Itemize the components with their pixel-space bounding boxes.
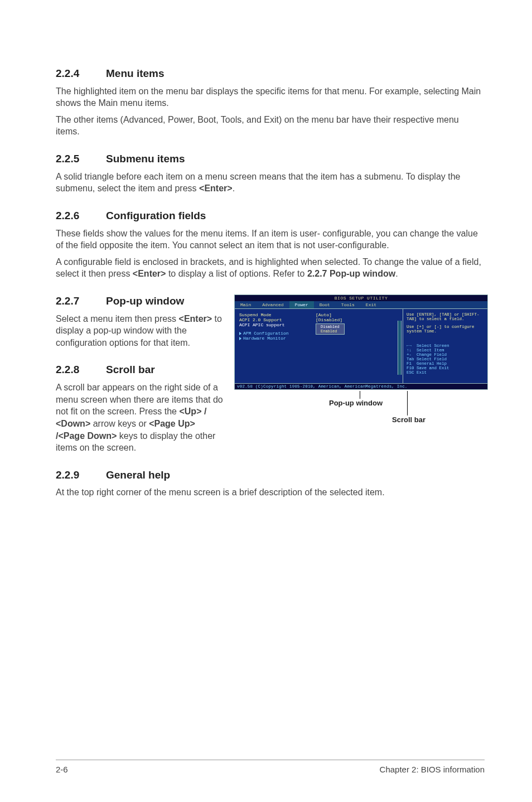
key-enter: <Enter> bbox=[133, 269, 166, 278]
bios-menu-advanced[interactable]: Advanced bbox=[257, 301, 289, 308]
help-key-row: Tab Select Field bbox=[407, 357, 484, 361]
key-text: Select Item bbox=[417, 348, 444, 352]
bios-footer: v02.58 (C)Copyright 1985-2010, American,… bbox=[235, 384, 487, 389]
help-key-row: F1 General Help bbox=[407, 361, 484, 366]
bios-popup[interactable]: Disabled Enabled bbox=[316, 323, 345, 335]
heading-2-2-7: 2.2.7Pop-up window bbox=[56, 294, 223, 308]
heading-2-2-9: 2.2.9General help bbox=[56, 468, 485, 482]
page-footer: 2-6 Chapter 2: BIOS information bbox=[56, 760, 485, 774]
heading-2-2-6: 2.2.6Configuration fields bbox=[56, 209, 485, 223]
bios-window: BIOS SETUP UTILITY Main Advanced Power B… bbox=[234, 294, 488, 390]
bios-body: Suspend Mode ACPI 2.0 Support ACPI APIC … bbox=[235, 308, 487, 384]
key: F10 bbox=[407, 366, 414, 370]
section-2-2-9: 2.2.9General help At the top right corne… bbox=[56, 468, 485, 499]
text: arrow keys or bbox=[90, 419, 149, 428]
help-key-row: ESC Exit bbox=[407, 370, 484, 375]
ref-2-2-7: 2.2.7 Pop-up window bbox=[307, 269, 395, 278]
key-text: Save and Exit bbox=[417, 366, 449, 370]
two-column-area: 2.2.7Pop-up window Select a menu item th… bbox=[56, 294, 485, 468]
heading-title: Menu items bbox=[106, 67, 165, 79]
bios-scrollbar[interactable] bbox=[398, 321, 402, 375]
heading-num: 2.2.5 bbox=[56, 152, 106, 166]
help-keys: ←→ Select Screen ↑↓ Select Item +- Chang… bbox=[407, 344, 484, 375]
key: +- bbox=[407, 352, 412, 357]
spacer bbox=[407, 334, 484, 344]
key-enter: <Enter> bbox=[179, 314, 212, 323]
key: ESC bbox=[407, 370, 414, 375]
heading-title: Submenu items bbox=[106, 153, 185, 165]
callout-label-popup: Pop-up window bbox=[329, 399, 383, 407]
heading-title: Pop-up window bbox=[106, 295, 184, 307]
help-key-row: ↑↓ Select Item bbox=[407, 348, 484, 352]
para: Select a menu item then press <Enter> to… bbox=[56, 313, 223, 349]
callout-line-scroll bbox=[407, 391, 408, 416]
label: APM Configuration bbox=[243, 331, 289, 336]
heading-num: 2.2.7 bbox=[56, 294, 106, 308]
bios-menu-power[interactable]: Power bbox=[289, 301, 314, 308]
bios-menu-exit[interactable]: Exit bbox=[360, 301, 382, 308]
popup-opt-disabled[interactable]: Disabled bbox=[321, 325, 340, 329]
heading-2-2-4: 2.2.4Menu items bbox=[56, 67, 485, 81]
text: to display a list of options. Refer to bbox=[166, 269, 307, 278]
bios-item-hw-monitor[interactable]: Hardware Monitor bbox=[239, 336, 398, 341]
left-column: 2.2.7Pop-up window Select a menu item th… bbox=[56, 294, 223, 468]
help-key-row: F10 Save and Exit bbox=[407, 366, 484, 370]
para: The highlighted item on the menu bar dis… bbox=[56, 85, 485, 109]
bios-menu-tools[interactable]: Tools bbox=[336, 301, 360, 308]
heading-num: 2.2.6 bbox=[56, 209, 106, 223]
chapter-title: Chapter 2: BIOS information bbox=[380, 765, 485, 774]
key-text: Change Field bbox=[417, 352, 447, 357]
help-key-row: ←→ Select Screen bbox=[407, 344, 484, 348]
bios-menubar: Main Advanced Power Boot Tools Exit bbox=[235, 301, 487, 308]
key: F1 bbox=[407, 361, 412, 366]
section-2-2-4: 2.2.4Menu items The highlighted item on … bbox=[56, 67, 485, 138]
para: At the top right corner of the menu scre… bbox=[56, 486, 485, 499]
label: Hardware Monitor bbox=[243, 336, 286, 341]
key-text: Select Screen bbox=[417, 344, 449, 348]
heading-2-2-8: 2.2.8Scroll bar bbox=[56, 363, 223, 377]
heading-num: 2.2.8 bbox=[56, 363, 106, 377]
help-text-2: Use [+] or [-] to configure system Time. bbox=[407, 325, 484, 334]
heading-title: Configuration fields bbox=[106, 210, 206, 221]
bios-val-disabled[interactable]: [Disabled] bbox=[316, 317, 345, 322]
para: The other items (Advanced, Power, Boot, … bbox=[56, 114, 485, 138]
bios-menu-boot[interactable]: Boot bbox=[314, 301, 336, 308]
page-number: 2-6 bbox=[56, 765, 68, 774]
key-text: General Help bbox=[417, 361, 447, 366]
help-text-1: Use [ENTER], [TAB] or [SHIFT-TAB] to sel… bbox=[407, 312, 484, 321]
bios-title: BIOS SETUP UTILITY bbox=[235, 295, 487, 301]
heading-num: 2.2.9 bbox=[56, 468, 106, 482]
heading-title: Scroll bar bbox=[106, 364, 155, 375]
section-2-2-5: 2.2.5Submenu items A solid triangle befo… bbox=[56, 152, 485, 195]
page: 2.2.4Menu items The highlighted item on … bbox=[0, 0, 532, 802]
text: Select a menu item then press bbox=[56, 314, 179, 323]
section-2-2-8: 2.2.8Scroll bar A scroll bar appears on … bbox=[56, 363, 223, 453]
para: These fields show the values for the men… bbox=[56, 228, 485, 252]
para: A scroll bar appears on the right side o… bbox=[56, 381, 223, 454]
bios-help-panel: Use [ENTER], [TAB] or [SHIFT-TAB] to sel… bbox=[403, 309, 487, 383]
text: . bbox=[395, 269, 398, 278]
section-2-2-6: 2.2.6Configuration fields These fields s… bbox=[56, 209, 485, 280]
heading-num: 2.2.4 bbox=[56, 67, 106, 81]
key-enter: <Enter> bbox=[199, 183, 233, 193]
key: Tab bbox=[407, 357, 414, 361]
help-key-row: +- Change Field bbox=[407, 352, 484, 357]
callout-line-popup bbox=[360, 391, 360, 399]
para: A configurable field is enclosed in brac… bbox=[56, 256, 485, 280]
text: . bbox=[233, 183, 235, 193]
para: A solid triangle before each item on a m… bbox=[56, 171, 485, 195]
triangle-icon bbox=[239, 332, 241, 335]
bios-menu-main[interactable]: Main bbox=[235, 301, 257, 308]
text: A solid triangle before each item on a m… bbox=[56, 172, 460, 194]
section-2-2-7: 2.2.7Pop-up window Select a menu item th… bbox=[56, 294, 223, 349]
heading-title: General help bbox=[106, 469, 170, 481]
bios-left-panel: Suspend Mode ACPI 2.0 Support ACPI APIC … bbox=[235, 309, 403, 383]
popup-opt-enabled[interactable]: Enabled bbox=[321, 329, 337, 334]
triangle-icon bbox=[239, 337, 241, 340]
heading-2-2-5: 2.2.5Submenu items bbox=[56, 152, 485, 166]
key: ↑↓ bbox=[407, 348, 412, 352]
key-text: Exit bbox=[417, 370, 427, 375]
bios-values: [Auto] [Disabled] Disabled Enabled bbox=[316, 312, 345, 335]
bios-val-auto[interactable]: [Auto] bbox=[316, 312, 345, 317]
callouts: Pop-up window Scroll bar bbox=[234, 391, 488, 436]
